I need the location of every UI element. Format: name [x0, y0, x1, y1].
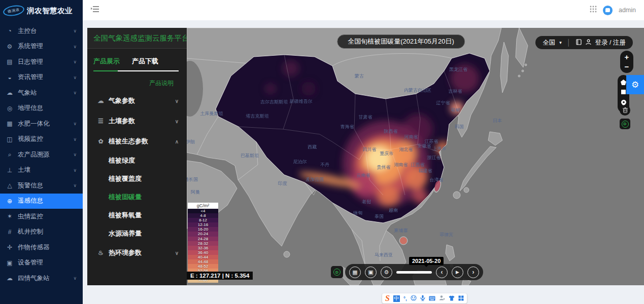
keyboard-icon[interactable] [429, 294, 435, 303]
sidebar-item-dashboard[interactable]: ◔主控台∨ [0, 23, 83, 39]
tree-node[interactable]: ☁气象参数∨ [87, 91, 187, 111]
sidebar-item-insect[interactable]: ✶虫情监控 [0, 209, 83, 224]
apps-grid-icon[interactable] [590, 6, 597, 15]
avatar[interactable] [603, 6, 613, 15]
skin-shirt-icon[interactable] [449, 294, 455, 303]
map-svg[interactable] [187, 28, 644, 285]
chevron-down-icon: ∨ [175, 98, 179, 104]
username[interactable]: admin [619, 7, 636, 14]
legend-entry: 44-48 [188, 259, 218, 264]
product-description-link[interactable]: 产品说明 [149, 80, 174, 87]
soil-icon: ⊥ [6, 167, 13, 174]
sidebar-item-four-station[interactable]: ☁四情气象站∨ [0, 271, 83, 286]
platform-title: 全国气象遥感监测云服务平台 [87, 28, 187, 49]
time-slider[interactable] [396, 271, 432, 274]
tree-leaf[interactable]: 植被固碳量 [87, 188, 187, 206]
toolbox-person-icon[interactable] [439, 294, 445, 303]
sidebar-item-well[interactable]: #机井控制 [0, 224, 83, 240]
tree-node-label: 土壤参数 [109, 117, 135, 126]
legend-entry: <4 [188, 209, 218, 213]
sidebar-item-weather-station[interactable]: ☁气象站∨ [0, 85, 83, 101]
guide-book-icon[interactable] [576, 39, 582, 47]
chevron-down-icon: ▾ [559, 40, 562, 45]
polygon-tool-icon[interactable] [621, 80, 626, 85]
user-icon [586, 39, 591, 47]
timeline-bar: ▦ ▣ ⚙ ‹ ▶ › [345, 264, 483, 280]
legend-entry: 32-36 [188, 246, 218, 250]
message-icon: ◒ [6, 74, 13, 81]
sogou-logo-icon[interactable]: S [385, 294, 390, 303]
next-button[interactable]: › [467, 267, 479, 278]
rectangle-tool-icon[interactable] [621, 90, 626, 94]
save-icon[interactable]: ▣ [365, 267, 377, 278]
map-title: 全国旬植被固碳量(2021年05月20日) [337, 34, 465, 49]
legend-entry: 28-32 [188, 241, 218, 246]
grid-icon: ▦ [6, 120, 13, 127]
map-area[interactable]: 蒙古内蒙古自治区新疆维吾尔甘肃省青海省西藏陕西省河南省江苏省安徽省上海市湖北省四… [187, 28, 644, 285]
sidebar-item-logs[interactable]: ▤日志管理∨ [0, 54, 83, 70]
cloud-icon: ☁ [6, 89, 13, 96]
punctuation-icon[interactable]: °, [403, 296, 407, 301]
sidebar-item-label: 机井控制 [18, 227, 43, 236]
zoom-control: + − [620, 51, 633, 73]
tree-node[interactable]: ✿植被生态参数∧ [87, 131, 187, 151]
sidebar-item-video[interactable]: ◫视频监控∨ [0, 132, 83, 147]
tree-leaf[interactable]: 植被释氧量 [87, 206, 187, 224]
sidebar-item-label: 遥感信息 [18, 197, 43, 205]
chevron-up-icon: ∧ [175, 139, 179, 144]
tree-node[interactable]: ♨热环境参数∨ [87, 243, 187, 263]
sidebar-item-crop-sensor[interactable]: ✢作物传感器 [0, 240, 83, 255]
microphone-icon[interactable] [420, 294, 425, 303]
sidebar-item-label: 设备管理 [18, 258, 43, 267]
calendar-icon[interactable]: ▦ [349, 267, 361, 278]
ime-menu-grid-icon[interactable] [458, 294, 464, 303]
sidebar-item-remote-sensing[interactable]: ⊕遥感信息 [0, 194, 83, 209]
warning-icon: △ [6, 182, 13, 189]
tree-leaf[interactable]: 植被覆盖度 [87, 170, 187, 188]
zoom-in-button[interactable]: + [620, 52, 633, 62]
sidebar-item-label: 土壤 [18, 166, 30, 174]
sidebar-item-warning[interactable]: △预警信息∨ [0, 178, 83, 194]
lang-mode-icon[interactable]: 中 [393, 295, 400, 302]
tree-leaf[interactable]: 水源涵养量 [87, 224, 187, 243]
sidebar-item-system[interactable]: ⚙系统管理∨ [0, 39, 83, 55]
login-register-link[interactable]: 登录 / 注册 [595, 39, 626, 47]
settings-icon[interactable]: ⚙ [381, 267, 392, 278]
prev-button[interactable]: ‹ [436, 267, 448, 278]
play-button[interactable]: ▶ [452, 267, 463, 278]
collapse-menu-icon[interactable] [91, 6, 99, 15]
chevron-down-icon: ∨ [73, 137, 77, 142]
sidebar-item-label: 日志管理 [18, 58, 43, 66]
sidebar-item-news[interactable]: ◒资讯管理∨ [0, 70, 83, 86]
region-selector[interactable]: 全国 ▾ │ 登录 / 注册 [535, 36, 633, 49]
sidebar-item-device[interactable]: ▣设备管理 [0, 255, 83, 271]
sidebar-item-label: 主控台 [18, 27, 37, 35]
tab-product-download[interactable]: 产品下载 [132, 57, 158, 66]
legend-entry: 12-16 [188, 222, 218, 227]
gear-icon: ⚙ [6, 43, 13, 50]
region-label[interactable]: 全国 [543, 39, 555, 47]
sidebar-item-water-fert[interactable]: ▦水肥一体化∨ [0, 116, 83, 132]
chevron-down-icon: ∨ [73, 183, 77, 188]
map-attribution-logo[interactable]: D [620, 119, 630, 129]
clear-button[interactable] [620, 105, 630, 116]
tree-leaf[interactable]: 植被绿度 [87, 151, 187, 170]
sidebar-item-label: 资讯管理 [18, 73, 43, 82]
zoom-out-button[interactable]: − [620, 62, 633, 71]
sidebar-item-soil[interactable]: ⊥土壤∨ [0, 163, 83, 178]
cursor-coordinates: E : 127.217 | N : 5.354 [187, 272, 253, 280]
brand-logo: 德润农 [3, 4, 25, 18]
emoji-icon[interactable] [411, 294, 417, 303]
tree-node[interactable]: ☰土壤参数∨ [87, 111, 187, 131]
chevron-down-icon: ∨ [73, 152, 77, 157]
chevron-down-icon: ∨ [73, 90, 77, 95]
legend-entry: 40-44 [188, 255, 218, 259]
sidebar-item-label: 虫情监控 [18, 212, 43, 221]
sidebar-item-trace[interactable]: ⌕农产品溯源∨ [0, 147, 83, 163]
sidebar-item-geo-info[interactable]: ◎地理信息 [0, 101, 83, 117]
product-panel: 全国气象遥感监测云服务平台 产品展示 产品下载 产品说明 ☁气象参数∨☰土壤参数… [87, 28, 187, 285]
settings-flyout-button[interactable]: ⚙ [626, 75, 644, 94]
brand: 德润农 润农智慧农业 [0, 0, 83, 21]
tab-product-display[interactable]: 产品展示 [93, 57, 120, 66]
timeline-logo[interactable]: D [331, 266, 343, 278]
